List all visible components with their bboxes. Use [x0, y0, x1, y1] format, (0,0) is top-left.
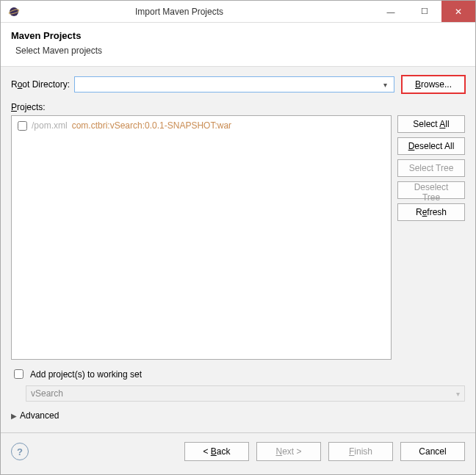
import-maven-dialog: Import Maven Projects — ☐ ✕ Maven Projec…	[0, 0, 476, 475]
projects-area: /pom.xml com.ctbri:vSearch:0.0.1-SNAPSHO…	[11, 115, 465, 360]
projects-label: Projects:	[11, 102, 465, 112]
wizard-content: Root Directory: ▾ Browse... Projects: /p…	[1, 67, 475, 432]
titlebar: Import Maven Projects — ☐ ✕	[1, 1, 475, 23]
select-all-button[interactable]: Select All	[397, 115, 465, 133]
working-set-row: Add project(s) to working set	[11, 367, 465, 381]
working-set-label: Add project(s) to working set	[30, 369, 142, 380]
maximize-button[interactable]: ☐	[408, 1, 441, 22]
root-directory-combo[interactable]: ▾	[74, 76, 394, 93]
root-directory-label: Root Directory:	[11, 79, 70, 90]
minimize-button[interactable]: —	[374, 1, 408, 22]
advanced-label: Advanced	[20, 410, 59, 421]
working-set-checkbox[interactable]	[14, 369, 24, 379]
finish-button: Finish	[328, 442, 393, 461]
wizard-banner: Maven Projects Select Maven projects	[1, 23, 475, 67]
tree-buttons: Select All Deselect All Select Tree Dese…	[397, 115, 465, 360]
banner-title: Maven Projects	[11, 30, 465, 41]
root-directory-input[interactable]	[78, 79, 379, 90]
advanced-toggle[interactable]: ▶ Advanced	[11, 410, 465, 421]
help-button[interactable]: ?	[11, 443, 29, 460]
project-checkbox[interactable]	[18, 121, 27, 131]
banner-subtitle: Select Maven projects	[15, 46, 465, 56]
wizard-footer: ? < Back Next > Finish Cancel	[1, 433, 475, 474]
refresh-button[interactable]: Refresh	[397, 203, 465, 221]
footer-buttons: < Back Next > Finish Cancel	[184, 442, 465, 461]
window-title: Import Maven Projects	[0, 7, 374, 17]
browse-button[interactable]: Browse...	[402, 76, 465, 93]
chevron-down-icon: ▾	[456, 390, 460, 398]
projects-tree[interactable]: /pom.xml com.ctbri:vSearch:0.0.1-SNAPSHO…	[11, 115, 392, 360]
back-button[interactable]: < Back	[184, 442, 249, 461]
cancel-button[interactable]: Cancel	[400, 442, 465, 461]
close-button[interactable]: ✕	[441, 1, 475, 22]
select-tree-button: Select Tree	[397, 159, 465, 177]
project-pom: /pom.xml	[32, 120, 68, 131]
deselect-tree-button: Deselect Tree	[397, 181, 465, 199]
next-button: Next >	[256, 442, 321, 461]
project-item[interactable]: /pom.xml com.ctbri:vSearch:0.0.1-SNAPSHO…	[18, 120, 385, 131]
chevron-down-icon[interactable]: ▾	[379, 81, 391, 89]
triangle-right-icon: ▶	[11, 412, 17, 420]
root-directory-row: Root Directory: ▾ Browse...	[11, 76, 465, 93]
project-gav: com.ctbri:vSearch:0.0.1-SNAPSHOT:war	[72, 120, 231, 131]
working-set-combo: vSearch ▾	[26, 385, 465, 402]
working-set-value: vSearch	[31, 388, 63, 399]
deselect-all-button[interactable]: Deselect All	[397, 137, 465, 155]
window-controls: — ☐ ✕	[374, 1, 475, 22]
